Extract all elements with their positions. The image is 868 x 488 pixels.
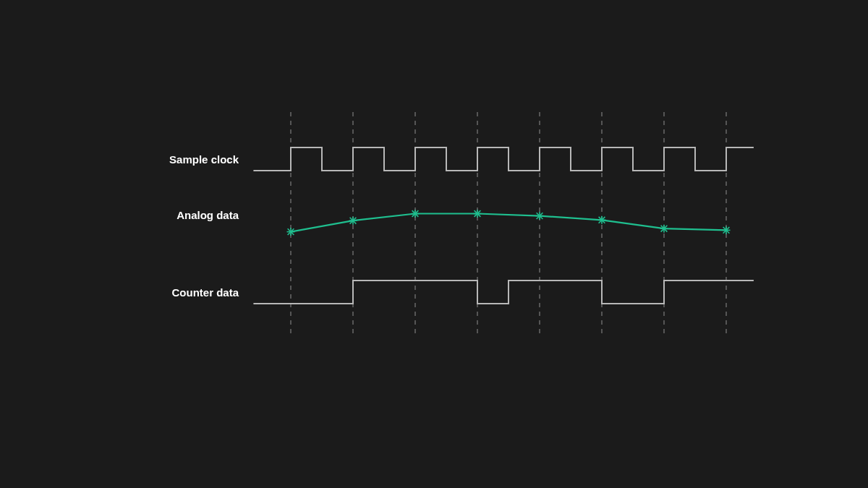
analog-sample-marker — [723, 226, 731, 234]
analog-sample-marker — [287, 228, 295, 236]
analog-sample-marker — [660, 225, 668, 233]
analog-sample-marker — [349, 217, 357, 225]
analog-sample-marker — [536, 212, 544, 220]
timing-diagram — [0, 0, 868, 488]
analog-sample-marker — [474, 210, 482, 218]
analog-sample-marker — [412, 210, 420, 218]
counter-data-trace — [253, 281, 754, 304]
sample-clock-trace — [253, 147, 754, 171]
analog-sample-marker — [598, 216, 606, 224]
